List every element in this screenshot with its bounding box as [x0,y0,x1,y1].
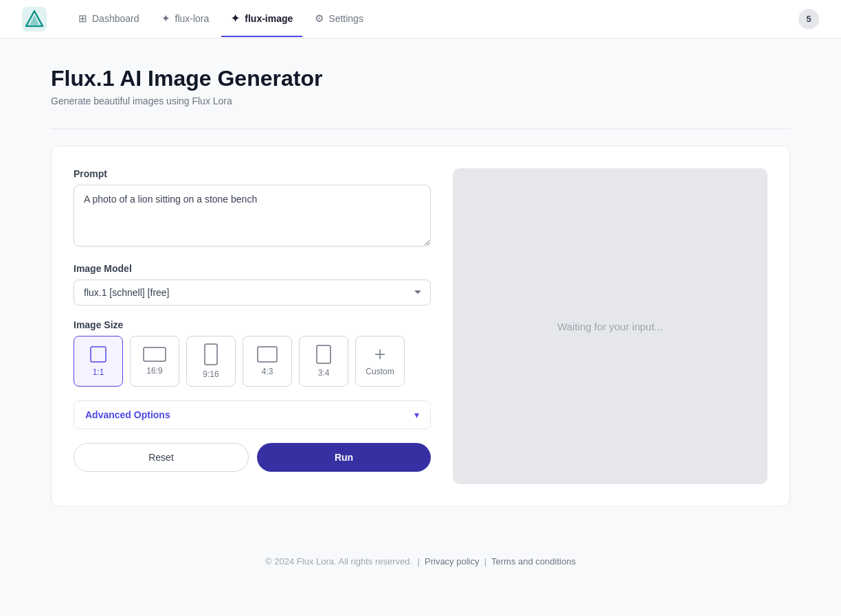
size-label-3-4: 3:4 [318,368,330,378]
size-grid: 1:1 16:9 9:16 [74,336,431,387]
model-select[interactable]: flux.1 [schnell] [free] flux.1 [dev] flu… [74,280,431,306]
size-label: Image Size [74,319,431,330]
size-icon-16-9 [143,347,166,362]
page-title: Flux.1 AI Image Generator [51,66,790,91]
size-icon-1-1 [89,345,107,363]
page-subtitle: Generate beautiful images using Flux Lor… [51,95,790,106]
svg-rect-3 [91,347,106,362]
size-btn-16-9[interactable]: 16:9 [130,336,179,387]
advanced-options-toggle[interactable]: Advanced Options ▾ [74,400,431,429]
preview-box: Waiting for your input... [453,168,767,484]
logo [22,7,47,32]
right-panel: Waiting for your input... [453,168,767,484]
footer-copy: © 2024 Flux Lora. All rights reserved. [265,556,412,567]
model-field: Image Model flux.1 [schnell] [free] flux… [74,263,431,306]
size-label-1-1: 1:1 [93,367,104,377]
svg-rect-4 [144,347,166,361]
size-btn-1-1[interactable]: 1:1 [74,336,123,387]
run-button[interactable]: Run [257,443,431,472]
size-icon-4-3 [257,346,278,363]
nav-label-flux-image: flux-image [245,13,293,24]
flux-image-icon: ✦ [231,12,240,25]
size-icon-9-16 [204,343,218,365]
left-panel: Prompt A photo of a lion sitting on a st… [74,168,431,484]
main-card: Prompt A photo of a lion sitting on a st… [51,146,790,507]
prompt-label: Prompt [74,168,431,179]
footer: © 2024 Flux Lora. All rights reserved. |… [51,534,790,589]
size-label-custom: Custom [366,367,394,376]
nav-item-flux-lora[interactable]: ✦ flux-lora [152,1,219,37]
nav-label-settings: Settings [328,13,363,24]
preview-waiting-text: Waiting for your input... [557,321,663,332]
size-btn-3-4[interactable]: 3:4 [299,336,348,387]
nav-item-flux-image[interactable]: ✦ flux-image [221,1,302,37]
advanced-options-label: Advanced Options [85,409,170,420]
nav-links: ⊞ Dashboard ✦ flux-lora ✦ flux-image ⚙ S… [69,1,798,36]
settings-icon: ⚙ [315,12,324,25]
reset-button[interactable]: Reset [74,443,249,472]
page-container: Flux.1 AI Image Generator Generate beaut… [29,38,812,589]
prompt-textarea[interactable]: A photo of a lion sitting on a stone ben… [74,185,431,247]
nav-label-dashboard: Dashboard [92,13,139,24]
size-btn-9-16[interactable]: 9:16 [186,336,236,387]
size-label-4-3: 4:3 [262,367,273,376]
dashboard-icon: ⊞ [78,12,87,25]
svg-rect-6 [258,347,277,362]
privacy-policy-link[interactable]: Privacy policy [425,556,479,567]
nav-item-dashboard[interactable]: ⊞ Dashboard [69,1,149,37]
size-label-9-16: 9:16 [203,369,218,379]
nav-label-flux-lora: flux-lora [175,13,210,24]
svg-rect-7 [317,345,330,363]
size-btn-4-3[interactable]: 4:3 [243,336,292,387]
prompt-field: Prompt A photo of a lion sitting on a st… [74,168,431,249]
size-field: Image Size 1:1 16:9 [74,319,431,387]
flux-lora-icon: ✦ [161,12,170,25]
size-btn-custom[interactable]: Custom [355,336,405,387]
terms-link[interactable]: Terms and conditions [491,556,576,567]
svg-rect-5 [205,344,217,365]
actions: Reset Run [74,443,431,472]
divider [51,128,790,129]
size-icon-3-4 [316,345,331,364]
nav-badge: 5 [798,9,819,30]
nav-item-settings[interactable]: ⚙ Settings [305,1,373,37]
model-label: Image Model [74,263,431,274]
chevron-down-icon: ▾ [414,409,419,420]
model-select-wrapper: flux.1 [schnell] [free] flux.1 [dev] flu… [74,280,431,306]
navigation: ⊞ Dashboard ✦ flux-lora ✦ flux-image ⚙ S… [0,0,841,38]
size-label-16-9: 16:9 [146,366,162,376]
size-icon-custom [372,346,388,363]
